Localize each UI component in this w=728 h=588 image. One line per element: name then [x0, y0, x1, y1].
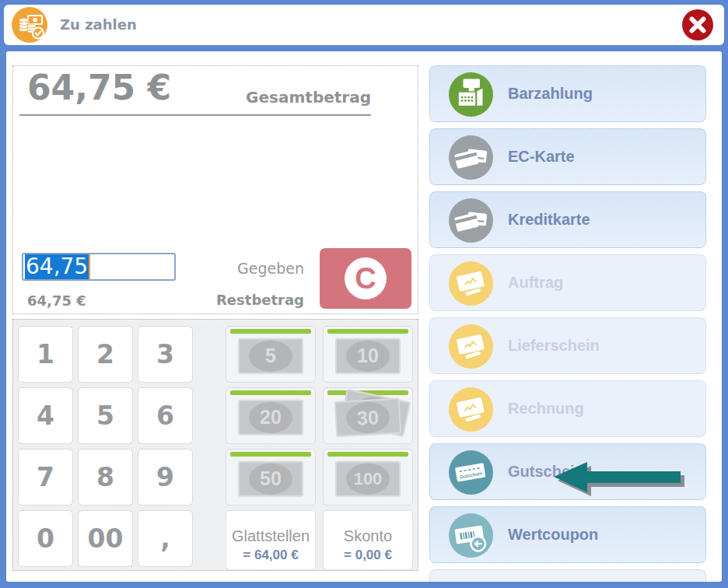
banknote-icon: 100: [335, 460, 401, 496]
payment-method-label: Lieferschein: [508, 318, 600, 373]
numpad-key-comma[interactable]: ,: [138, 510, 193, 567]
payment-method-label: Kreditkarte: [508, 192, 590, 247]
payment-method-label: EC-Karte: [508, 129, 575, 184]
numpad-key-2[interactable]: 2: [78, 326, 133, 383]
bill-button-10[interactable]: 10: [323, 326, 413, 383]
bill-accent-bar: [327, 452, 408, 457]
close-icon: [681, 9, 714, 41]
rest-amount-label: Restbetrag: [216, 292, 304, 308]
payment-method-auftrag[interactable]: Auftrag: [429, 254, 706, 311]
payment-method-rechnung[interactable]: Rechnung: [429, 380, 706, 437]
bill-accent-bar: [230, 390, 311, 395]
numpad-key-5[interactable]: 5: [78, 387, 133, 444]
bill-button-20[interactable]: 20: [226, 387, 316, 444]
banknote-icon: 20: [238, 399, 303, 435]
banknote-icon: 50: [238, 460, 303, 496]
numpad-key-00[interactable]: 00: [78, 510, 133, 567]
payment-method-kreditkarte[interactable]: Kreditkarte: [429, 191, 706, 248]
payment-method-barzahlung[interactable]: Barzahlung: [429, 65, 706, 122]
payment-method-wertcoupon[interactable]: Wertcoupon: [429, 506, 706, 563]
keypad-panel: 1 2 3 4 5 6 7 8 9 0 00 , 5 10 20 30: [12, 319, 418, 571]
glattstellen-label: Glattstellen: [226, 527, 315, 545]
voucher-icon: Gutschein: [449, 450, 493, 495]
numpad-key-6[interactable]: 6: [138, 387, 193, 444]
main-content: 64,75 € Gesamtbetrag 64,75 Gegeben C 64,…: [6, 51, 722, 582]
banknote-stack-icon: 30: [335, 399, 401, 435]
numpad-key-7[interactable]: 7: [18, 449, 73, 506]
bill-accent-bar: [230, 452, 311, 457]
bill-button-50[interactable]: 50: [226, 449, 316, 506]
document-icon: [449, 324, 493, 369]
bill-button-30[interactable]: 30: [323, 387, 413, 444]
payment-dialog: { "window": { "title": "Zu zahlen" }, "s…: [0, 0, 728, 588]
glattstellen-button[interactable]: Glattstellen = 64,00 €: [226, 510, 316, 570]
total-amount: 64,75 €: [27, 68, 171, 107]
payment-method-label: Rechnung: [508, 381, 584, 436]
numpad-key-4[interactable]: 4: [18, 387, 73, 444]
cash-register-icon: [449, 72, 493, 117]
payment-method-partial[interactable]: [429, 569, 706, 582]
skonto-button[interactable]: Skonto = 0,00 €: [323, 510, 413, 570]
payment-method-label: Gutschein: [508, 444, 584, 499]
card-icon: [449, 135, 493, 180]
payment-method-gutschein[interactable]: Gutschein Gutschein: [429, 443, 706, 500]
money-payment-icon: [12, 7, 47, 43]
card-icon: [449, 198, 493, 243]
bill-accent-bar: [327, 329, 408, 334]
payment-method-label: Wertcoupon: [508, 507, 598, 562]
given-label: Gegeben: [237, 260, 304, 277]
bill-button-5[interactable]: 5: [226, 326, 316, 383]
title-bar: Zu zahlen: [4, 5, 724, 45]
close-button[interactable]: [681, 9, 714, 41]
document-icon: [449, 387, 493, 432]
numpad-key-8[interactable]: 8: [78, 449, 133, 506]
payment-method-lieferschein[interactable]: Lieferschein: [429, 317, 706, 374]
document-icon: [449, 261, 493, 306]
given-amount-selected-text: 64,75: [25, 254, 90, 279]
payment-method-label: Barzahlung: [508, 66, 593, 121]
numpad-key-1[interactable]: 1: [18, 326, 73, 383]
clear-button[interactable]: C: [320, 248, 411, 309]
total-amount-label: Gesamtbetrag: [246, 88, 371, 107]
banknote-icon: 5: [238, 338, 303, 373]
banknote-icon: 10: [335, 338, 401, 373]
bill-accent-bar: [230, 329, 311, 334]
amount-summary-panel: 64,75 € Gesamtbetrag 64,75 Gegeben C 64,…: [12, 65, 418, 314]
summary-divider: [19, 114, 371, 116]
rest-amount: 64,75 €: [27, 292, 86, 309]
given-amount-input[interactable]: 64,75: [22, 253, 176, 281]
numpad-key-0[interactable]: 0: [18, 510, 73, 567]
glattstellen-value: = 64,00 €: [226, 548, 315, 563]
numpad-key-3[interactable]: 3: [138, 326, 193, 383]
coupon-icon: [449, 513, 493, 558]
numpad-key-9[interactable]: 9: [138, 449, 193, 506]
skonto-value: = 0,00 €: [324, 548, 412, 563]
window-title: Zu zahlen: [60, 5, 137, 45]
clear-icon: C: [345, 257, 387, 299]
payment-method-ec-karte[interactable]: EC-Karte: [429, 128, 706, 185]
bill-button-100[interactable]: 100: [323, 449, 413, 506]
skonto-label: Skonto: [324, 527, 412, 545]
payment-method-label: Auftrag: [508, 255, 563, 310]
